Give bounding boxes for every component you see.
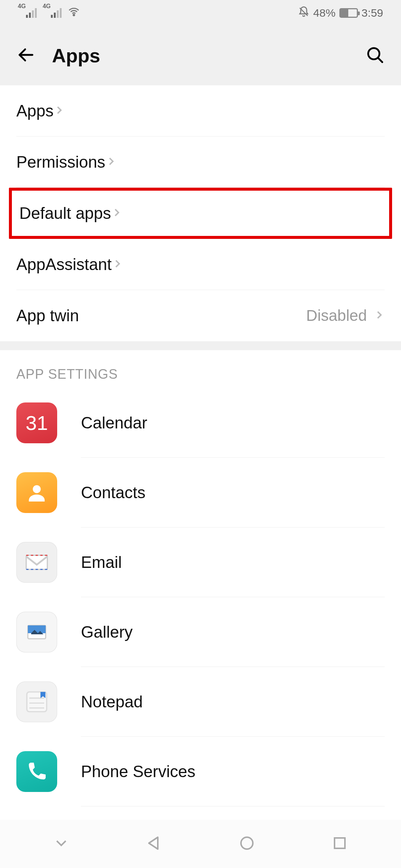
search-button[interactable] bbox=[365, 45, 385, 66]
chevron-right-icon bbox=[53, 105, 65, 117]
nav-recent-button[interactable] bbox=[331, 834, 349, 854]
settings-list: Apps Permissions Default apps AppAssista… bbox=[0, 85, 401, 820]
gallery-icon bbox=[16, 612, 57, 652]
page-title: Apps bbox=[52, 45, 100, 67]
screen: 4G 4G 48% 3:59 Apps Apps bbox=[0, 0, 401, 868]
row-permissions[interactable]: Permissions bbox=[0, 137, 401, 188]
svg-rect-8 bbox=[335, 838, 345, 848]
signal-icon-1: 4G bbox=[18, 8, 37, 18]
row-value: Disabled bbox=[306, 307, 367, 325]
svg-point-7 bbox=[241, 837, 253, 849]
signal-icon-2: 4G bbox=[43, 8, 62, 18]
svg-point-2 bbox=[33, 485, 40, 493]
app-label: Gallery bbox=[81, 623, 385, 641]
nav-hide-button[interactable] bbox=[52, 834, 70, 854]
chevron-right-icon bbox=[105, 156, 117, 168]
system-nav-bar bbox=[0, 820, 401, 868]
chevron-right-icon bbox=[112, 258, 123, 271]
app-label: Calendar bbox=[81, 414, 385, 432]
clock-text: 3:59 bbox=[362, 7, 383, 19]
row-app-twin[interactable]: App twin Disabled bbox=[0, 290, 401, 341]
notepad-icon bbox=[16, 681, 57, 722]
notifications-off-icon bbox=[298, 6, 310, 20]
row-label: Permissions bbox=[16, 153, 105, 171]
calendar-icon: 31 bbox=[16, 402, 57, 443]
app-row-notepad[interactable]: Notepad bbox=[0, 667, 401, 737]
app-label: Email bbox=[81, 553, 385, 572]
status-left: 4G 4G bbox=[18, 6, 80, 21]
row-default-apps[interactable]: Default apps bbox=[9, 188, 392, 239]
svg-rect-3 bbox=[26, 555, 48, 569]
app-row-phone-services[interactable]: Phone Services bbox=[0, 737, 401, 806]
svg-point-0 bbox=[73, 14, 75, 16]
row-label: App twin bbox=[16, 306, 79, 325]
section-title: APP SETTINGS bbox=[0, 350, 401, 388]
phone-icon bbox=[16, 751, 57, 792]
app-row-contacts[interactable]: Contacts bbox=[0, 458, 401, 527]
app-row-gallery[interactable]: Gallery bbox=[0, 597, 401, 667]
svg-rect-5 bbox=[28, 625, 46, 633]
wifi-icon bbox=[68, 6, 80, 21]
app-row-calendar[interactable]: 31 Calendar bbox=[0, 388, 401, 458]
row-label: Default apps bbox=[19, 204, 111, 223]
row-apps[interactable]: Apps bbox=[0, 85, 401, 137]
row-label: Apps bbox=[16, 102, 53, 120]
app-header: Apps bbox=[0, 26, 401, 85]
row-appassistant[interactable]: AppAssistant bbox=[0, 239, 401, 290]
back-button[interactable] bbox=[16, 45, 36, 66]
status-right: 48% 3:59 bbox=[298, 6, 383, 20]
nav-back-button[interactable] bbox=[145, 834, 163, 854]
chevron-right-icon bbox=[111, 207, 122, 220]
app-label: Notepad bbox=[81, 693, 385, 711]
app-label: Contacts bbox=[81, 483, 385, 502]
nav-home-button[interactable] bbox=[238, 834, 256, 854]
battery-text: 48% bbox=[313, 7, 336, 19]
chevron-right-icon bbox=[374, 309, 385, 322]
status-bar: 4G 4G 48% 3:59 bbox=[0, 0, 401, 26]
email-icon bbox=[16, 542, 57, 583]
contacts-icon bbox=[16, 472, 57, 513]
battery-icon bbox=[339, 8, 358, 18]
row-label: AppAssistant bbox=[16, 255, 112, 274]
app-row-email[interactable]: Email bbox=[0, 527, 401, 597]
app-label: Phone Services bbox=[81, 762, 385, 781]
section-divider bbox=[0, 341, 401, 350]
